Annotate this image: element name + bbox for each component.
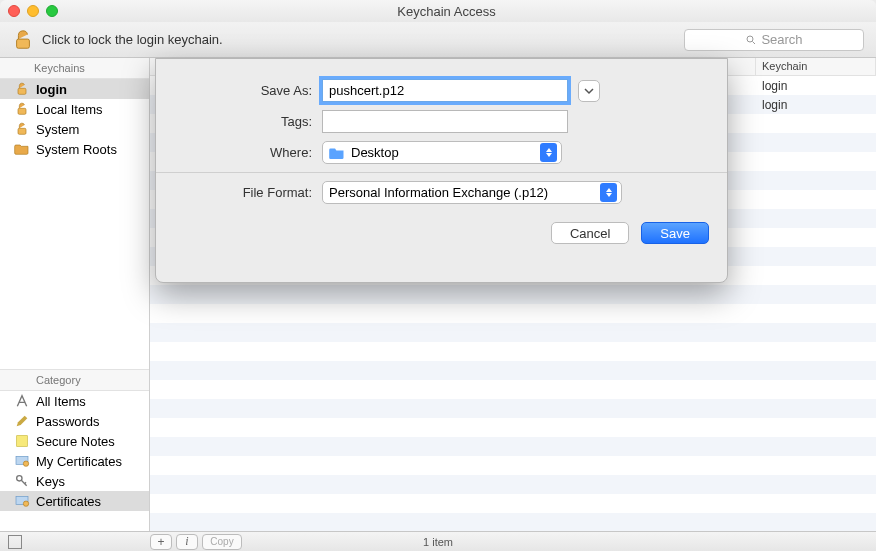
folder-icon: [14, 141, 30, 157]
sidebar-item-label: Secure Notes: [36, 434, 115, 449]
sidebar-category-my-certificates[interactable]: My Certificates: [0, 451, 149, 471]
sidebar-item-label: login: [36, 82, 67, 97]
sidebar-item-label: All Items: [36, 394, 86, 409]
cell-keychain: login: [756, 98, 876, 112]
key-pencil-icon: [14, 413, 30, 429]
save-button[interactable]: Save: [641, 222, 709, 244]
save-as-label: Save As:: [174, 83, 312, 98]
sidebar-keychain-local-items[interactable]: Local Items: [0, 99, 149, 119]
sidebar-keychain-system[interactable]: System: [0, 119, 149, 139]
search-input[interactable]: Search: [684, 29, 864, 51]
sidebar-category-keys[interactable]: Keys: [0, 471, 149, 491]
cell-keychain: login: [756, 79, 876, 93]
divider: [156, 172, 727, 173]
titlebar: Keychain Access: [0, 0, 876, 22]
sidebar-category-passwords[interactable]: Passwords: [0, 411, 149, 431]
save-dialog: Save As: Tags: Where: Desktop File Forma…: [155, 58, 728, 283]
svg-rect-5: [18, 128, 26, 134]
file-format-select[interactable]: Personal Information Exchange (.p12): [322, 181, 622, 204]
sidebar-keychain-login[interactable]: login: [0, 79, 149, 99]
sidebar-item-label: Certificates: [36, 494, 101, 509]
minimize-window-button[interactable]: [27, 5, 39, 17]
sidebar-category-all-items[interactable]: All Items: [0, 391, 149, 411]
svg-line-2: [753, 41, 756, 44]
svg-rect-4: [18, 108, 26, 114]
updown-icon: [600, 183, 617, 202]
sidebar-item-label: My Certificates: [36, 454, 122, 469]
zoom-window-button[interactable]: [46, 5, 58, 17]
file-format-value: Personal Information Exchange (.p12): [329, 185, 548, 200]
cert-icon: [14, 493, 30, 509]
svg-point-9: [17, 476, 22, 481]
folder-icon: [329, 146, 345, 159]
sidebar-item-label: Passwords: [36, 414, 100, 429]
category-header: Category: [0, 369, 149, 391]
tags-label: Tags:: [174, 114, 312, 129]
svg-rect-6: [17, 436, 28, 447]
lock-open-icon[interactable]: [12, 29, 34, 51]
tags-input[interactable]: [322, 110, 568, 133]
item-count: 1 item: [423, 536, 453, 548]
chevron-down-icon: [584, 86, 594, 96]
svg-rect-0: [17, 39, 30, 48]
add-button[interactable]: +: [150, 534, 172, 550]
sidebar-item-label: System: [36, 122, 79, 137]
copy-button[interactable]: Copy: [202, 534, 242, 550]
lock-open-icon: [14, 81, 30, 97]
sidebar: Keychains loginLocal ItemsSystemSystem R…: [0, 58, 150, 531]
search-placeholder: Search: [761, 32, 802, 47]
toolbar: Click to lock the login keychain. Search: [0, 22, 876, 58]
sidebar-category-secure-notes[interactable]: Secure Notes: [0, 431, 149, 451]
key-icon: [14, 473, 30, 489]
file-format-label: File Format:: [174, 185, 312, 200]
updown-icon: [540, 143, 557, 162]
sidebar-item-label: Keys: [36, 474, 65, 489]
status-bar: + i Copy 1 item: [0, 531, 876, 551]
svg-point-1: [747, 36, 753, 42]
info-button[interactable]: i: [176, 534, 198, 550]
keychains-header: Keychains: [0, 58, 149, 79]
lock-hint-text: Click to lock the login keychain.: [42, 32, 223, 47]
table-header-keychain[interactable]: Keychain: [756, 58, 876, 75]
svg-point-8: [23, 461, 28, 466]
svg-point-11: [23, 501, 28, 506]
lock-open-icon: [14, 121, 30, 137]
expand-dialog-button[interactable]: [578, 80, 600, 102]
where-value: Desktop: [351, 145, 399, 160]
save-as-input[interactable]: [322, 79, 568, 102]
where-label: Where:: [174, 145, 312, 160]
cancel-button[interactable]: Cancel: [551, 222, 629, 244]
where-select[interactable]: Desktop: [322, 141, 562, 164]
sidebar-keychain-system-roots[interactable]: System Roots: [0, 139, 149, 159]
window-title: Keychain Access: [70, 4, 823, 19]
sidebar-category-certificates[interactable]: Certificates: [0, 491, 149, 511]
view-mode-button[interactable]: [8, 535, 22, 549]
aframe-icon: [14, 393, 30, 409]
lock-open-icon: [14, 101, 30, 117]
cert-icon: [14, 453, 30, 469]
sidebar-item-label: System Roots: [36, 142, 117, 157]
close-window-button[interactable]: [8, 5, 20, 17]
search-icon: [745, 34, 757, 46]
sidebar-item-label: Local Items: [36, 102, 102, 117]
svg-rect-3: [18, 88, 26, 94]
note-icon: [14, 433, 30, 449]
